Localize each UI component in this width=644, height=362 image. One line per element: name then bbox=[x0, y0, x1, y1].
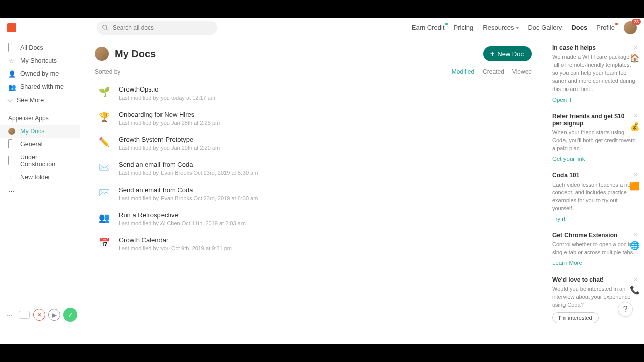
card-body: We made a WFH care package full of remot… bbox=[552, 53, 638, 94]
search-icon bbox=[102, 24, 109, 31]
doc-title: GrowthOps.io bbox=[119, 85, 215, 93]
doc-meta: Last modified by Evan Brooks Oct 23rd, 2… bbox=[119, 170, 258, 176]
doc-title: Growth System Prototype bbox=[119, 136, 220, 143]
more-icon: ⋯ bbox=[8, 187, 15, 195]
cancel-button[interactable]: ✕ bbox=[33, 309, 45, 321]
sidebar-item-label: See More bbox=[17, 97, 44, 104]
chevron-down-icon bbox=[516, 27, 519, 29]
sidebar-item-see-more[interactable]: See More bbox=[0, 94, 80, 107]
search-input[interactable] bbox=[97, 21, 217, 35]
promo-card: ✕ Get Chrome Extension Control whether t… bbox=[552, 232, 638, 266]
doc-row[interactable]: 🏆 Onboarding for New Hires Last modified… bbox=[95, 106, 532, 131]
sidebar-item-label: My Docs bbox=[20, 128, 45, 135]
nav-docs[interactable]: Docs bbox=[571, 24, 587, 31]
sort-created[interactable]: Created bbox=[482, 68, 504, 75]
sidebar-item-label: New folder bbox=[20, 174, 50, 181]
sidebar-item-general[interactable]: General bbox=[0, 138, 80, 151]
sidebar-item-under-construction[interactable]: Under Construction bbox=[0, 151, 80, 171]
new-doc-button[interactable]: +New Doc bbox=[483, 46, 532, 61]
doc-icon: 🏆 bbox=[98, 111, 111, 124]
avatar-badge: 28 bbox=[632, 19, 641, 25]
sidebar-item-all-docs[interactable]: All Docs bbox=[0, 41, 80, 54]
doc-icon: 📅 bbox=[98, 236, 111, 249]
doc-row[interactable]: ✏️ Growth System Prototype Last modified… bbox=[95, 131, 532, 156]
close-icon[interactable]: ✕ bbox=[633, 113, 638, 119]
sidebar-section-label: Appetiser Apps bbox=[0, 107, 80, 125]
doc-title: Send an email from Coda bbox=[119, 186, 258, 194]
doc-icon: 👥 bbox=[98, 211, 111, 224]
card-icon: 🏠 bbox=[630, 53, 640, 63]
record-button[interactable] bbox=[18, 309, 30, 321]
card-button[interactable]: I'm interested bbox=[552, 312, 599, 323]
doc-icon: ✉️ bbox=[98, 161, 111, 174]
card-body: When your friend starts using Coda, you'… bbox=[552, 129, 638, 153]
sorted-by-label: Sorted by bbox=[95, 68, 120, 75]
doc-meta: Last modified by Al Chen Oct 11th, 2019 … bbox=[119, 220, 246, 226]
close-icon[interactable]: ✕ bbox=[633, 172, 638, 178]
confirm-button[interactable]: ✓ bbox=[63, 308, 77, 322]
play-button[interactable]: ▶ bbox=[48, 309, 60, 321]
card-link[interactable]: Open it bbox=[552, 97, 571, 103]
doc-row[interactable]: ✉️ Send an email from Coda Last modified… bbox=[95, 156, 532, 181]
sidebar-item-shortcuts[interactable]: ☆My Shortcuts bbox=[0, 54, 80, 67]
sidebar-item-label: Shared with me bbox=[20, 83, 64, 90]
card-icon: 🟧 bbox=[630, 181, 640, 191]
close-icon[interactable]: ✕ bbox=[633, 232, 638, 238]
sort-modified[interactable]: Modified bbox=[452, 68, 474, 75]
doc-icon: ✉️ bbox=[98, 186, 111, 199]
sidebar-item-more[interactable]: ⋯ bbox=[0, 184, 80, 198]
close-icon[interactable]: ✕ bbox=[633, 276, 638, 283]
doc-row[interactable]: 🌱 GrowthOps.io Last modified by you toda… bbox=[95, 80, 532, 106]
card-title: Refer friends and get $10 per signup bbox=[552, 113, 638, 127]
sidebar-item-label: Under Construction bbox=[20, 154, 72, 168]
doc-meta: Last modified by you Oct 9th, 2019 at 9:… bbox=[119, 245, 232, 251]
svg-line-1 bbox=[106, 28, 108, 30]
doc-row[interactable]: ✉️ Send an email from Coda Last modified… bbox=[95, 181, 532, 206]
card-icon: 💰 bbox=[630, 122, 640, 132]
nav-resources[interactable]: Resources bbox=[482, 24, 519, 31]
close-icon[interactable]: ✕ bbox=[633, 44, 638, 51]
sort-viewed[interactable]: Viewed bbox=[512, 68, 532, 75]
doc-row[interactable]: 📅 Growth Calendar Last modified by you O… bbox=[95, 231, 532, 256]
card-title: In case it helps bbox=[552, 44, 638, 51]
sidebar-item-owned[interactable]: 👤Owned by me bbox=[0, 67, 80, 80]
nav-label: Resources bbox=[482, 24, 514, 31]
promo-card: ✕ In case it helps We made a WFH care pa… bbox=[552, 44, 638, 103]
doc-row[interactable]: 👥 Run a Retrospective Last modified by A… bbox=[95, 206, 532, 231]
sidebar-item-label: My Shortcuts bbox=[20, 57, 57, 64]
doc-title: Growth Calendar bbox=[119, 236, 232, 244]
card-link[interactable]: Learn More bbox=[552, 260, 582, 266]
sidebar: All Docs ☆My Shortcuts 👤Owned by me 👥Sha… bbox=[0, 37, 80, 344]
sidebar-item-shared[interactable]: 👥Shared with me bbox=[0, 80, 80, 94]
doc-title: Send an email from Coda bbox=[119, 161, 258, 168]
sidebar-item-new-folder[interactable]: +New folder bbox=[0, 171, 80, 184]
doc-title: Run a Retrospective bbox=[119, 211, 246, 219]
nav-pricing[interactable]: Pricing bbox=[454, 24, 474, 31]
nav-label: Profile bbox=[596, 24, 615, 31]
doc-meta: Last modified by you Jan 20th at 2:20 pm bbox=[119, 145, 220, 151]
doc-icon: 🌱 bbox=[98, 85, 111, 99]
nav-earn-credit[interactable]: Earn Credit bbox=[412, 24, 445, 31]
sidebar-item-label: General bbox=[20, 141, 42, 148]
page-title: My Docs bbox=[115, 48, 156, 60]
sidebar-item-label: Owned by me bbox=[20, 70, 59, 77]
app-logo[interactable] bbox=[7, 23, 16, 32]
card-link[interactable]: Get your link bbox=[552, 156, 585, 162]
card-icon: 📞 bbox=[630, 285, 640, 295]
svg-point-0 bbox=[103, 25, 107, 29]
right-panel: ✕ In case it helps We made a WFH care pa… bbox=[546, 37, 644, 344]
nav-profile[interactable]: Profile bbox=[596, 24, 615, 31]
page-avatar bbox=[95, 47, 109, 61]
more-icon[interactable]: ⋯ bbox=[3, 309, 15, 321]
sidebar-item-my-docs[interactable]: My Docs bbox=[0, 125, 80, 138]
promo-card: ✕ Refer friends and get $10 per signup W… bbox=[552, 113, 638, 162]
plus-icon: + bbox=[490, 50, 494, 58]
chevron-down-icon bbox=[8, 97, 13, 102]
nav-label: Earn Credit bbox=[412, 24, 445, 31]
avatar[interactable]: 28 bbox=[624, 21, 637, 34]
help-button[interactable]: ? bbox=[618, 302, 633, 317]
nav-doc-gallery[interactable]: Doc Gallery bbox=[528, 24, 562, 31]
button-label: New Doc bbox=[497, 50, 524, 58]
card-link[interactable]: Try it bbox=[552, 216, 565, 222]
card-body: Each video lesson teaches a new concept,… bbox=[552, 181, 638, 213]
